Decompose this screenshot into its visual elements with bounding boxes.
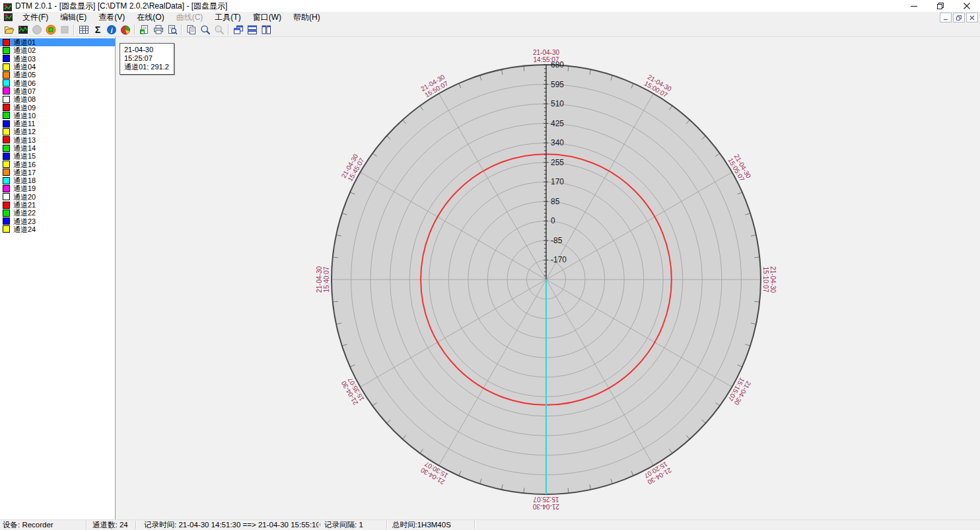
- channel-list-item-2[interactable]: 通道02: [0, 46, 115, 54]
- channel-list-item-3[interactable]: 通道03: [0, 55, 115, 63]
- menu-item-6[interactable]: 工具(T): [209, 12, 246, 22]
- status-record-time: 记录时间: 21-04-30 14:51:30 ==> 21-04-30 15:…: [144, 520, 320, 530]
- value-tooltip: 21-04-30 15:25:07 通道01: 291.2: [120, 43, 174, 75]
- time-label: 21-04-3015:40:07: [316, 266, 330, 293]
- close-button[interactable]: [954, 0, 980, 12]
- toolbar: Σi: [0, 22, 980, 37]
- menu-item-2[interactable]: 编辑(E): [54, 12, 92, 22]
- channel-list-item-13[interactable]: 通道13: [0, 136, 115, 144]
- channel-label: 通道20: [13, 193, 36, 201]
- channel-list-item-6[interactable]: 通道06: [0, 79, 115, 87]
- restore-button[interactable]: [927, 0, 954, 12]
- time-label: 21-04-3015:25:07: [533, 496, 559, 510]
- channel-color-swatch: [3, 104, 10, 111]
- info-icon: i: [106, 24, 117, 35]
- svg-text:255: 255: [551, 158, 564, 167]
- menu-item-4[interactable]: 在线(O): [131, 12, 170, 22]
- menu-item-7[interactable]: 窗口(W): [247, 12, 287, 22]
- print-button[interactable]: [151, 23, 165, 36]
- minimize-icon: [911, 3, 917, 9]
- mdi-minimize-button[interactable]: [940, 13, 952, 22]
- window-tile-horizontal-button[interactable]: [245, 23, 259, 36]
- channel-label: 通道03: [13, 55, 36, 63]
- info-button[interactable]: i: [104, 23, 118, 36]
- channel-list-item-9[interactable]: 通道09: [0, 103, 115, 111]
- menu-item-5: 曲线(C): [170, 12, 209, 22]
- channel-list-item-8[interactable]: 通道08: [0, 95, 115, 103]
- minimize-button[interactable]: [901, 0, 927, 12]
- copy-button[interactable]: [184, 23, 198, 36]
- menu-item-3[interactable]: 查看(V): [92, 12, 131, 22]
- channel-list-item-17[interactable]: 通道17: [0, 169, 115, 176]
- channel-list-item-14[interactable]: 通道14: [0, 144, 115, 152]
- statusbar: 设备: Recorder 通道数: 24 记录时间: 21-04-30 14:5…: [0, 519, 980, 530]
- channel-color-swatch: [3, 55, 10, 62]
- channel-list-item-16[interactable]: 通道16: [0, 160, 115, 168]
- print-preview-button[interactable]: [165, 23, 179, 36]
- main-area: 通道01通道02通道03通道04通道05通道06通道07通道08通道09通道10…: [0, 37, 980, 520]
- channel-list-item-7[interactable]: 通道07: [0, 87, 115, 95]
- channel-color-swatch: [3, 79, 10, 87]
- polar-chart: -170-8508517025534042551059568021-04-301…: [116, 37, 979, 520]
- channel-list-item-23[interactable]: 通道23: [0, 217, 115, 225]
- curve-view-button[interactable]: [16, 23, 30, 36]
- toolbar-separator: [134, 24, 135, 35]
- channel-list-item-10[interactable]: 通道10: [0, 112, 115, 120]
- export-button[interactable]: [137, 23, 151, 36]
- zoom-out-icon: [214, 24, 225, 35]
- menu-item-8[interactable]: 帮助(H): [287, 12, 326, 22]
- channel-list-item-1[interactable]: 通道01: [0, 38, 115, 46]
- channel-list-item-21[interactable]: 通道21: [0, 201, 115, 209]
- channel-list-item-19[interactable]: 通道19: [0, 184, 115, 192]
- svg-text:0: 0: [551, 216, 555, 225]
- channel-label: 通道21: [13, 201, 36, 209]
- zoom-out-button: [212, 23, 226, 36]
- mdi-restore-button[interactable]: [953, 13, 965, 22]
- data-table-button[interactable]: [77, 23, 90, 36]
- channel-list-item-5[interactable]: 通道05: [0, 71, 115, 79]
- online-record-button[interactable]: [44, 23, 57, 36]
- channel-label: 通道08: [13, 95, 36, 103]
- close-icon: [963, 3, 970, 9]
- online-start-button: [30, 23, 44, 36]
- channel-color-swatch: [3, 112, 10, 119]
- channel-color-swatch: [3, 225, 10, 233]
- channel-list-item-4[interactable]: 通道04: [0, 63, 115, 71]
- channel-list-item-18[interactable]: 通道18: [0, 176, 115, 184]
- channel-list-item-12[interactable]: 通道12: [0, 128, 115, 135]
- channel-color-swatch: [3, 209, 10, 217]
- channel-label: 通道02: [13, 46, 36, 54]
- menu-item-1[interactable]: 文件(F): [17, 12, 54, 22]
- status-divider: [318, 521, 319, 529]
- toolbar-separator: [228, 24, 229, 35]
- statistics-sigma-icon: Σ: [92, 24, 103, 35]
- channel-color-swatch: [3, 136, 10, 143]
- channel-color-swatch: [3, 153, 10, 160]
- channel-label: 通道24: [13, 225, 36, 233]
- status-interval: 记录间隔: 1: [324, 520, 363, 530]
- mdi-close-button[interactable]: [966, 13, 978, 22]
- channel-color-swatch: [3, 47, 10, 54]
- svg-text:-170: -170: [551, 255, 567, 264]
- channel-list-item-15[interactable]: 通道15: [0, 152, 115, 160]
- channel-list-item-11[interactable]: 通道11: [0, 120, 115, 128]
- channel-list-item-24[interactable]: 通道24: [0, 225, 115, 233]
- channel-label: 通道09: [13, 104, 36, 112]
- channel-label: 通道05: [13, 71, 36, 79]
- channel-color-swatch: [3, 96, 10, 103]
- window-tile-vertical-button[interactable]: [259, 23, 273, 36]
- window-cascade-icon: [233, 24, 244, 35]
- channel-list-item-22[interactable]: 通道22: [0, 209, 115, 217]
- channel-list-item-20[interactable]: 通道20: [0, 193, 115, 201]
- channel-label: 通道07: [13, 87, 36, 95]
- open-file-button[interactable]: [2, 23, 16, 36]
- channel-list-panel: 通道01通道02通道03通道04通道05通道06通道07通道08通道09通道10…: [0, 37, 116, 520]
- status-divider: [135, 521, 136, 529]
- window-cascade-button[interactable]: [231, 23, 245, 36]
- svg-text:85: 85: [551, 197, 560, 206]
- statistics-sigma-button[interactable]: Σ: [90, 23, 104, 36]
- status-divider: [474, 521, 475, 529]
- menubar: 文件(F)编辑(E)查看(V)在线(O)曲线(C)工具(T)窗口(W)帮助(H): [0, 12, 980, 22]
- zoom-in-button[interactable]: [198, 23, 212, 36]
- pie-chart-button[interactable]: [118, 23, 132, 36]
